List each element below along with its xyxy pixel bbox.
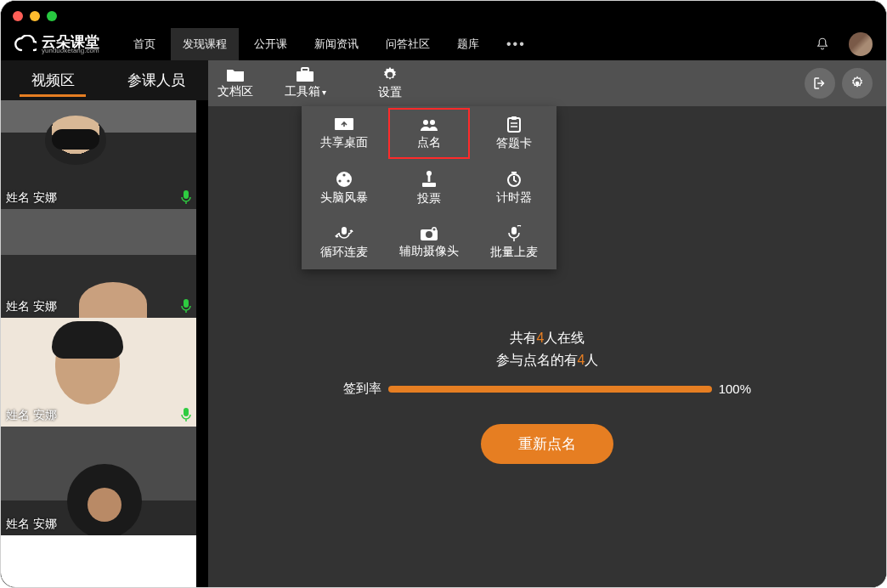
rate-progress-bar <box>388 386 712 393</box>
top-nav: 云朵课堂 yunduoketang.com 首页 发现课程 公开课 新闻资讯 问… <box>1 28 886 60</box>
right-panel: 文档区 工具箱▾ 设置 <box>208 60 886 587</box>
participant-name: 姓名 安娜 <box>6 299 57 314</box>
toolbox-label: 工具箱▾ <box>285 84 326 99</box>
re-roll-call-button[interactable]: 重新点名 <box>481 424 613 464</box>
tool-batch-mic[interactable]: 批量上麦 <box>472 215 556 269</box>
tool-answer-card[interactable]: 答题卡 <box>472 106 556 161</box>
nav-qa-community[interactable]: 问答社区 <box>374 28 442 60</box>
maximize-window-button[interactable] <box>47 11 57 21</box>
svg-rect-2 <box>184 408 189 416</box>
toolbox-dropdown: 共享桌面 点名 答题卡 头脑风暴 投票 <box>302 106 556 269</box>
tool-label: 头脑风暴 <box>320 190 368 206</box>
svg-rect-0 <box>184 190 189 199</box>
svg-rect-4 <box>302 68 308 71</box>
svg-rect-23 <box>511 227 517 235</box>
main-body: 视频区 参课人员 姓名 安娜 姓名 安娜 姓名 安娜 <box>1 60 886 587</box>
nav-news[interactable]: 新闻资讯 <box>302 28 370 60</box>
settings-round-button[interactable] <box>842 68 873 99</box>
tool-aux-camera[interactable]: 辅助摄像头 <box>387 215 472 269</box>
clipboard-icon <box>506 116 523 133</box>
brand-sub: yunduoketang.com <box>42 48 99 54</box>
left-panel: 视频区 参课人员 姓名 安娜 姓名 安娜 姓名 安娜 <box>1 60 208 587</box>
svg-point-14 <box>347 179 349 182</box>
tab-video-area[interactable]: 视频区 <box>1 60 105 100</box>
close-window-button[interactable] <box>13 11 23 21</box>
nav-discover-courses[interactable]: 发现课程 <box>171 28 239 60</box>
roll-call-stats: 共有4人在线 参与点名的有4人 签到率 100% 重新点名 <box>343 327 751 464</box>
checkin-rate-row: 签到率 100% <box>343 381 751 397</box>
rate-label: 签到率 <box>343 381 381 397</box>
rate-percent: 100% <box>719 382 751 396</box>
tool-vote[interactable]: 投票 <box>387 161 472 215</box>
video-tile[interactable] <box>1 535 196 587</box>
tool-label: 投票 <box>417 191 441 206</box>
nav-open-class[interactable]: 公开课 <box>242 28 299 60</box>
svg-point-21 <box>426 231 432 238</box>
notifications-button[interactable] <box>810 31 835 57</box>
tool-roll-call[interactable]: 点名 <box>387 106 472 161</box>
microphone-icon <box>181 408 191 421</box>
gear-icon <box>850 76 865 91</box>
vote-hand-icon <box>421 170 438 189</box>
video-list: 姓名 安娜 姓名 安娜 姓名 安娜 姓名 安娜 <box>1 100 208 587</box>
tool-label: 批量上麦 <box>490 245 538 260</box>
bell-icon <box>815 37 830 52</box>
tool-label: 点名 <box>417 135 441 150</box>
participant-name: 姓名 安娜 <box>6 190 57 206</box>
video-tile[interactable]: 姓名 安娜 <box>1 318 196 427</box>
video-tile[interactable]: 姓名 安娜 <box>1 100 196 209</box>
online-count-line: 共有4人在线 <box>343 327 751 349</box>
microphone-icon <box>181 299 191 313</box>
tool-brainstorm[interactable]: 头脑风暴 <box>302 161 387 215</box>
film-reel-icon <box>336 171 353 188</box>
nav-home[interactable]: 首页 <box>121 28 167 60</box>
minimize-window-button[interactable] <box>30 11 40 21</box>
svg-point-13 <box>338 179 341 182</box>
nav-question-bank[interactable]: 题库 <box>445 28 491 60</box>
toolbox-button[interactable]: 工具箱▾ <box>263 60 347 106</box>
people-icon <box>419 117 439 133</box>
gear-icon <box>381 66 398 83</box>
briefcase-icon <box>296 67 314 82</box>
nav-more-button[interactable]: ••• <box>494 28 538 60</box>
window-traffic-lights <box>1 1 886 28</box>
classroom-toolbar: 文档区 工具箱▾ 设置 <box>208 60 886 106</box>
svg-rect-10 <box>511 116 517 120</box>
svg-rect-19 <box>342 227 347 235</box>
svg-rect-17 <box>422 183 436 187</box>
clock-icon <box>506 171 523 188</box>
svg-point-8 <box>430 120 435 125</box>
user-avatar[interactable] <box>849 32 873 56</box>
tab-participants[interactable]: 参课人员 <box>105 60 208 100</box>
svg-point-7 <box>423 120 428 125</box>
tool-timer[interactable]: 计时器 <box>472 161 556 215</box>
docs-area-button[interactable]: 文档区 <box>208 60 263 106</box>
svg-rect-1 <box>184 299 189 308</box>
folder-icon <box>226 67 245 82</box>
app-window: 云朵课堂 yunduoketang.com 首页 发现课程 公开课 新闻资讯 问… <box>0 0 887 588</box>
tool-label: 答题卡 <box>496 136 532 151</box>
camera-plus-icon <box>420 226 438 241</box>
cycle-mic-icon <box>335 225 353 242</box>
cloud-icon <box>14 35 37 54</box>
video-tile[interactable]: 姓名 安娜 <box>1 427 196 535</box>
video-tile[interactable]: 姓名 安娜 <box>1 209 196 318</box>
participant-name: 姓名 安娜 <box>6 408 57 423</box>
mic-up-icon <box>506 225 522 242</box>
tool-label: 计时器 <box>496 190 532 206</box>
tool-share-screen[interactable]: 共享桌面 <box>302 106 387 161</box>
settings-label: 设置 <box>378 85 402 100</box>
docs-label: 文档区 <box>218 84 253 99</box>
exit-button[interactable] <box>805 68 835 99</box>
participant-name: 姓名 安娜 <box>6 517 57 532</box>
tool-label: 共享桌面 <box>320 135 368 150</box>
left-tabs: 视频区 参课人员 <box>1 60 208 100</box>
brand-logo[interactable]: 云朵课堂 yunduoketang.com <box>14 35 99 54</box>
svg-rect-16 <box>428 175 431 182</box>
monitor-share-icon <box>334 117 354 133</box>
tool-cycle-mic[interactable]: 循环连麦 <box>302 215 387 269</box>
participated-count-line: 参与点名的有4人 <box>343 349 751 371</box>
settings-button[interactable]: 设置 <box>347 60 432 106</box>
video-thumbnail <box>1 535 196 587</box>
svg-rect-3 <box>297 71 314 82</box>
